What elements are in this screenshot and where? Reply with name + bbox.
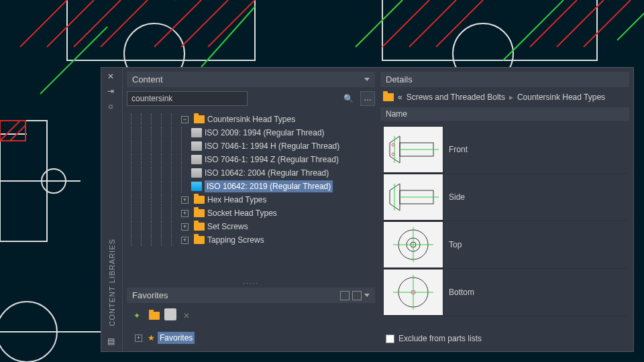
thumbnail-top — [383, 221, 443, 268]
folder-icon — [194, 115, 205, 123]
list-item[interactable]: Front — [383, 126, 627, 174]
folder-icon — [194, 209, 205, 217]
tree-item[interactable]: ISO 2009: 1994 (Regular Thread) — [127, 126, 375, 139]
tree-label: Set Screws — [207, 221, 248, 233]
chevron-right-icon: ▸ — [509, 93, 513, 102]
favorites-header: Favorites — [127, 288, 375, 303]
exclude-row: Exclude from parts lists — [380, 330, 629, 347]
save-icon[interactable] — [164, 308, 176, 320]
tree-label: Countersink Head Types — [207, 113, 295, 125]
favorites-label: Favorites — [158, 332, 195, 344]
palette-side-strip: ✕ ⇥ ☼ CONTENT LIBRARIES ▤ — [101, 68, 123, 351]
expander-icon[interactable]: + — [181, 237, 189, 244]
content-header: Content — [127, 72, 375, 87]
folder-icon — [194, 196, 205, 204]
new-folder-icon[interactable] — [147, 308, 162, 323]
svg-point-38 — [392, 153, 394, 156]
pin-icon[interactable]: ⇥ — [107, 86, 117, 96]
search-options-button[interactable]: … — [360, 91, 375, 106]
tree-item-selected[interactable]: ISO 10642: 2019 (Regular Thread) — [127, 180, 375, 193]
content-tree[interactable]: − Countersink Head Types ISO 2009: 1994 … — [127, 110, 375, 277]
list-item[interactable]: Side — [383, 174, 627, 221]
tree-item[interactable]: ISO 7046-1: 1994 Z (Regular Thread) — [127, 153, 375, 166]
favorites-title: Favorites — [132, 290, 168, 300]
tree-label: Tapping Screws — [207, 234, 264, 246]
tree-label: ISO 10642: 2004 (Regular Thread) — [205, 167, 329, 179]
tree-item[interactable]: ISO 7046-1: 1994 H (Regular Thread) — [127, 139, 375, 153]
star-icon: ★ — [148, 332, 155, 344]
thumbnail-front — [383, 126, 443, 173]
tree-label: ISO 7046-1: 1994 Z (Regular Thread) — [205, 154, 339, 166]
favorites-root[interactable]: + ★ Favorites — [131, 331, 371, 345]
search-row: 🔍 … — [127, 90, 375, 107]
search-icon[interactable]: 🔍 — [343, 94, 354, 103]
tree-folder[interactable]: + Socket Head Types — [127, 206, 375, 220]
part-icon — [191, 141, 202, 151]
expander-icon[interactable]: + — [135, 335, 142, 342]
add-favorite-icon[interactable]: ✦ — [129, 308, 144, 323]
part-icon — [191, 128, 202, 137]
gear-icon[interactable]: ☼ — [107, 101, 117, 111]
content-title: Content — [132, 74, 163, 84]
expander-icon[interactable]: − — [181, 116, 189, 123]
breadcrumb-item[interactable]: Screws and Threaded Bolts — [407, 93, 505, 102]
tree-label: Socket Head Types — [207, 207, 277, 219]
thumbnail-label: Side — [449, 192, 465, 202]
part-icon — [191, 182, 202, 191]
content-libraries-palette: ✕ ⇥ ☼ CONTENT LIBRARIES ▤ Content 🔍 … − … — [101, 67, 634, 352]
name-column-header[interactable]: Name — [380, 107, 629, 121]
details-column: Details « Screws and Threaded Bolts ▸ Co… — [379, 68, 633, 351]
tree-label: ISO 10642: 2019 (Regular Thread) — [205, 180, 333, 192]
tree-item[interactable]: ISO 10642: 2004 (Regular Thread) — [127, 166, 375, 180]
panel-splitter[interactable]: ····· — [127, 280, 375, 285]
search-input[interactable] — [127, 91, 248, 106]
breadcrumb-item[interactable]: Countersink Head Types — [517, 93, 605, 102]
details-title: Details — [386, 74, 413, 84]
library-icon[interactable]: ▤ — [107, 337, 117, 346]
thumbnail-label: Top — [449, 240, 462, 249]
thumbnail-label: Bottom — [449, 288, 474, 297]
details-header: Details — [380, 72, 629, 87]
tree-label: ISO 7046-1: 1994 H (Regular Thread) — [205, 140, 339, 152]
folder-icon — [194, 236, 205, 244]
palette-title: CONTENT LIBRARIES — [108, 239, 116, 326]
list-view-icon[interactable] — [352, 291, 362, 300]
tree-folder[interactable]: + Tapping Screws — [127, 233, 375, 247]
list-item[interactable]: Top — [383, 221, 627, 269]
tree-label: Hex Head Types — [207, 194, 267, 206]
thumbnail-label: Front — [449, 145, 468, 154]
exclude-label: Exclude from parts lists — [398, 334, 482, 343]
list-item[interactable]: Bottom — [383, 269, 627, 316]
grid-view-icon[interactable] — [340, 291, 350, 300]
tree-folder[interactable]: + Hex Head Types — [127, 193, 375, 206]
breadcrumb-back[interactable]: « — [398, 93, 402, 102]
favorites-collapse-icon[interactable] — [364, 294, 370, 297]
thumbnail-list: Front Side Top Bottom — [380, 123, 629, 327]
expander-icon[interactable]: + — [181, 196, 189, 204]
close-icon[interactable]: ✕ — [107, 72, 117, 81]
svg-point-37 — [392, 143, 394, 146]
part-icon — [191, 168, 202, 178]
tree-folder-countersink[interactable]: − Countersink Head Types — [127, 113, 375, 126]
breadcrumb: « Screws and Threaded Bolts ▸ Countersin… — [380, 90, 629, 105]
part-icon — [191, 155, 202, 164]
exclude-checkbox[interactable] — [386, 335, 394, 343]
favorites-tree[interactable]: + ★ Favorites — [127, 328, 375, 347]
tree-label: ISO 2009: 1994 (Regular Thread) — [205, 127, 325, 139]
tree-folder[interactable]: + Set Screws — [127, 220, 375, 233]
expander-icon[interactable]: + — [181, 210, 189, 217]
thumbnail-side — [383, 174, 443, 221]
folder-icon — [383, 93, 394, 101]
thumbnail-bottom — [383, 269, 443, 316]
content-collapse-icon[interactable] — [364, 78, 370, 81]
favorites-toolbar: ✦ ✕ — [127, 306, 375, 326]
delete-icon[interactable]: ✕ — [179, 308, 194, 323]
folder-icon — [194, 223, 205, 231]
content-column: Content 🔍 … − Countersink Head Types ISO… — [123, 68, 379, 351]
expander-icon[interactable]: + — [181, 223, 189, 231]
